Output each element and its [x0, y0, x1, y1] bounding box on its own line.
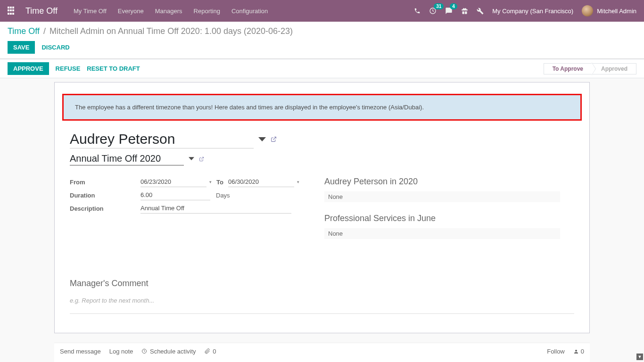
department-month-value: None — [324, 228, 560, 239]
approve-button[interactable]: Approve — [8, 62, 49, 75]
apps-icon[interactable] — [8, 7, 16, 15]
gift-icon[interactable] — [461, 8, 468, 15]
followers-button[interactable]: 0 — [573, 348, 584, 355]
schedule-activity-button[interactable]: Schedule activity — [141, 348, 196, 355]
date-to-caret-icon[interactable]: ▾ — [297, 180, 299, 184]
duration-input[interactable] — [140, 190, 210, 200]
leave-type-field[interactable] — [70, 152, 184, 165]
duration-label: Duration — [70, 192, 140, 199]
activity-icon[interactable]: 31 — [429, 7, 437, 15]
activity-badge: 31 — [434, 3, 444, 9]
top-nav: Time Off My Time Off Everyone Managers R… — [0, 0, 644, 22]
send-message-button[interactable]: Send message — [60, 348, 101, 355]
discuss-badge: 4 — [450, 3, 457, 9]
employee-year-title: Audrey Peterson in 2020 — [324, 177, 560, 187]
scroll-down-icon[interactable]: ▼ — [636, 354, 643, 360]
leave-type-dropdown-icon[interactable] — [189, 157, 194, 161]
menu-managers[interactable]: Managers — [155, 8, 182, 15]
to-label: To — [216, 179, 223, 186]
control-panel: Time Off / Mitchell Admin on Annual Time… — [0, 22, 644, 59]
manager-comment-input[interactable] — [70, 294, 574, 314]
chatter: Send message Log note Schedule activity … — [54, 343, 590, 362]
manager-comment-title: Manager's Comment — [70, 279, 574, 288]
log-note-button[interactable]: Log note — [109, 348, 133, 355]
discard-button[interactable]: Discard — [41, 44, 69, 51]
phone-icon[interactable] — [414, 8, 421, 14]
description-label: Description — [70, 205, 140, 212]
date-to-input[interactable] — [228, 177, 294, 187]
status-steps: To Approve Approved — [544, 63, 636, 74]
breadcrumb-current: Mitchell Admin on Annual Time Off 2020: … — [50, 26, 293, 36]
nav-right: 31 4 My Company (San Francisco) Mitchell… — [414, 5, 636, 16]
employee-external-link-icon[interactable] — [271, 136, 277, 142]
menu-my-time-off[interactable]: My Time Off — [74, 8, 107, 15]
leave-type-external-link-icon[interactable] — [199, 156, 204, 162]
tools-icon[interactable] — [477, 8, 484, 15]
user-name: Mitchell Admin — [597, 8, 636, 15]
department-month-title: Professional Services in June — [324, 214, 560, 223]
breadcrumb: Time Off / Mitchell Admin on Annual Time… — [8, 26, 636, 36]
avatar — [582, 5, 593, 16]
menu-everyone[interactable]: Everyone — [118, 8, 144, 15]
employee-field[interactable] — [70, 130, 254, 148]
timezone-alert: The employee has a different timezone th… — [62, 94, 582, 121]
from-label: From — [70, 179, 140, 186]
employee-year-value: None — [324, 191, 560, 202]
user-menu[interactable]: Mitchell Admin — [582, 5, 636, 16]
sheet-background: The employee has a different timezone th… — [0, 78, 644, 362]
cp-buttons: Save Discard — [8, 41, 636, 54]
employee-dropdown-icon[interactable] — [258, 137, 266, 142]
menu-reporting[interactable]: Reporting — [194, 8, 220, 15]
brand-title[interactable]: Time Off — [25, 6, 58, 16]
save-button[interactable]: Save — [8, 41, 35, 54]
days-label: Days — [216, 192, 230, 199]
date-from-caret-icon[interactable]: ▾ — [209, 180, 212, 184]
breadcrumb-root[interactable]: Time Off — [8, 26, 40, 36]
description-input[interactable] — [140, 203, 291, 214]
company-selector[interactable]: My Company (San Francisco) — [492, 8, 573, 15]
main-menu: My Time Off Everyone Managers Reporting … — [74, 8, 414, 15]
date-from-input[interactable] — [140, 177, 206, 187]
form-sheet: The employee has a different timezone th… — [54, 82, 590, 333]
status-bar: Approve Refuse Reset to Draft To Approve… — [0, 59, 644, 78]
reset-draft-button[interactable]: Reset to Draft — [87, 65, 140, 72]
refuse-button[interactable]: Refuse — [56, 65, 81, 72]
attachments-button[interactable]: 0 — [205, 348, 216, 355]
status-to-approve[interactable]: To Approve — [544, 63, 592, 74]
menu-configuration[interactable]: Configuration — [231, 8, 268, 15]
discuss-icon[interactable]: 4 — [445, 7, 453, 15]
follow-button[interactable]: Follow — [547, 348, 565, 355]
status-approved[interactable]: Approved — [592, 63, 636, 74]
